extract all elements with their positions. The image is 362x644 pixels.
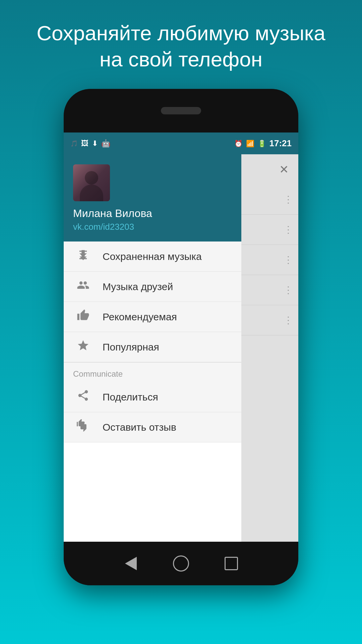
people-icon bbox=[73, 279, 93, 294]
thumbsup-icon bbox=[73, 309, 93, 325]
drawer-header: Милана Вилова vk.com/id23203 bbox=[64, 154, 241, 241]
dots-item-3[interactable]: ⋮ bbox=[241, 245, 298, 275]
status-time: 17:21 bbox=[269, 138, 292, 149]
screen-content: Милана Вилова vk.com/id23203 Сохраненная… bbox=[64, 154, 298, 542]
nav-back-button[interactable] bbox=[121, 553, 141, 574]
phone-bottom-bezel bbox=[64, 542, 298, 585]
recommended-label: Рекомендуемая bbox=[103, 311, 177, 323]
menu-item-friends-music[interactable]: Музыка друзей bbox=[64, 272, 241, 302]
recent-icon bbox=[225, 557, 238, 570]
nav-recent-button[interactable] bbox=[221, 553, 241, 574]
user-url[interactable]: vk.com/id23203 bbox=[73, 222, 232, 232]
status-bar: 🎵 🖼 ⬇ 🤖 ⏰ 📶 🔋 17:21 bbox=[64, 132, 298, 154]
more-dots-icon-4: ⋮ bbox=[284, 284, 292, 296]
download-icon bbox=[73, 249, 93, 264]
main-content: ✕ ⋮ ⋮ ⋮ ⋮ ⋮ bbox=[241, 154, 298, 542]
menu-item-popular[interactable]: Популярная bbox=[64, 332, 241, 362]
phone-speaker bbox=[161, 107, 201, 114]
share-label: Поделиться bbox=[103, 391, 158, 403]
menu-item-review[interactable]: Оставить отзыв bbox=[64, 412, 241, 442]
menu-section: Сохраненная музыка Музыка друзей bbox=[64, 241, 241, 362]
home-icon bbox=[173, 555, 189, 572]
kmp-icon: 🎵 bbox=[70, 140, 78, 147]
dots-item-5[interactable]: ⋮ bbox=[241, 305, 298, 335]
star-icon bbox=[73, 339, 93, 355]
communicate-header: Communicate bbox=[64, 363, 241, 382]
close-button[interactable]: ✕ bbox=[276, 161, 292, 178]
thumbs-review-icon bbox=[73, 419, 93, 435]
more-dots-icon-1: ⋮ bbox=[284, 194, 292, 205]
more-dots-icon-5: ⋮ bbox=[284, 315, 292, 326]
popular-label: Популярная bbox=[103, 341, 159, 353]
phone-top-bezel bbox=[64, 89, 298, 132]
alarm-icon: ⏰ bbox=[234, 140, 243, 148]
dots-item-1[interactable]: ⋮ bbox=[241, 184, 298, 215]
nav-home-button[interactable] bbox=[171, 553, 191, 574]
drawer: Милана Вилова vk.com/id23203 Сохраненная… bbox=[64, 154, 241, 542]
close-icon: ✕ bbox=[279, 163, 289, 176]
image-icon: 🖼 bbox=[81, 139, 88, 148]
dots-item-2[interactable]: ⋮ bbox=[241, 215, 298, 245]
avatar bbox=[73, 164, 110, 201]
page-header: Сохраняйте любимую музыка на свой телефо… bbox=[0, 20, 362, 72]
phone-frame: 🎵 🖼 ⬇ 🤖 ⏰ 📶 🔋 17:21 Мил bbox=[64, 89, 298, 585]
signal-icon: 📶 bbox=[246, 140, 254, 148]
more-dots-icon-3: ⋮ bbox=[284, 254, 292, 265]
more-dots-icon-2: ⋮ bbox=[284, 224, 292, 235]
user-name: Милана Вилова bbox=[73, 207, 232, 220]
saved-music-label: Сохраненная музыка bbox=[103, 251, 202, 262]
phone-screen: 🎵 🖼 ⬇ 🤖 ⏰ 📶 🔋 17:21 Мил bbox=[64, 132, 298, 542]
communicate-section: Communicate Поделиться bbox=[64, 363, 241, 442]
share-icon bbox=[73, 389, 93, 405]
review-label: Оставить отзыв bbox=[103, 422, 176, 433]
battery-icon: 🔋 bbox=[258, 140, 266, 148]
dots-item-4[interactable]: ⋮ bbox=[241, 275, 298, 305]
menu-item-saved-music[interactable]: Сохраненная музыка bbox=[64, 241, 241, 272]
friends-music-label: Музыка друзей bbox=[103, 281, 173, 292]
menu-item-recommended[interactable]: Рекомендуемая bbox=[64, 302, 241, 332]
menu-item-share[interactable]: Поделиться bbox=[64, 382, 241, 412]
download-status-icon: ⬇ bbox=[92, 139, 98, 148]
android-icon: 🤖 bbox=[101, 139, 110, 148]
back-icon bbox=[125, 557, 137, 570]
